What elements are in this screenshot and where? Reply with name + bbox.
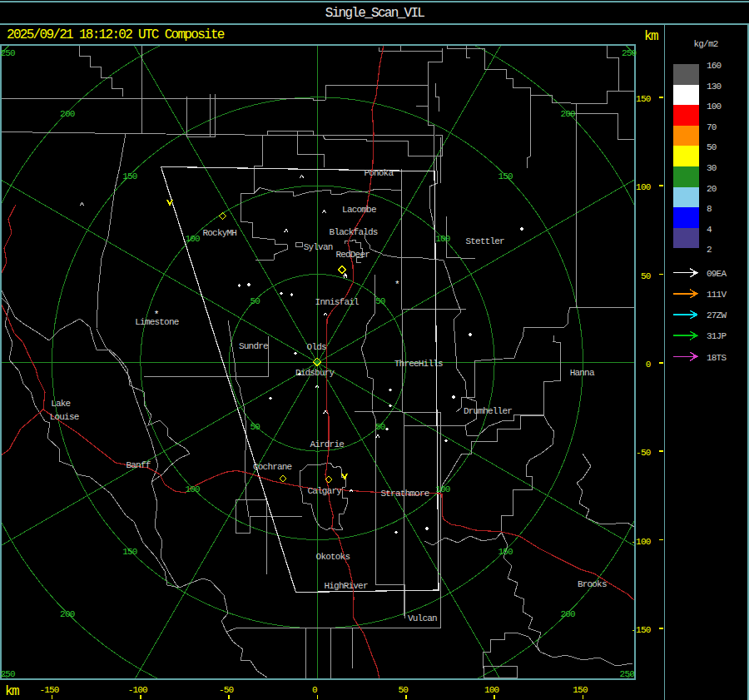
- svg-text:*: *: [154, 310, 160, 320]
- svg-text:100: 100: [636, 182, 651, 192]
- svg-text:150: 150: [122, 171, 137, 181]
- svg-text:Brooks: Brooks: [578, 579, 607, 589]
- svg-text:250: 250: [1, 48, 16, 58]
- svg-text:2: 2: [707, 245, 712, 255]
- svg-text:200: 200: [60, 609, 75, 619]
- svg-text:50: 50: [375, 296, 385, 306]
- svg-text:50: 50: [641, 271, 651, 281]
- svg-text:RedDeer: RedDeer: [335, 250, 370, 260]
- svg-text:Okotoks: Okotoks: [316, 552, 350, 562]
- svg-text:27ZW: 27ZW: [707, 310, 727, 320]
- svg-text:50: 50: [375, 422, 385, 432]
- svg-text:70: 70: [707, 122, 717, 132]
- svg-text:200: 200: [60, 109, 75, 119]
- svg-text:Sylvan: Sylvan: [304, 242, 333, 252]
- svg-text:200: 200: [560, 109, 575, 119]
- svg-text:20: 20: [707, 184, 717, 194]
- svg-text:Airdrie: Airdrie: [310, 439, 344, 449]
- svg-text:-100: -100: [128, 685, 147, 695]
- svg-text:Hanna: Hanna: [570, 368, 595, 378]
- svg-text:130: 130: [707, 82, 722, 92]
- svg-text:0: 0: [312, 685, 317, 695]
- svg-text:Cochrane: Cochrane: [253, 462, 292, 472]
- svg-text:Drumheller: Drumheller: [464, 406, 512, 416]
- svg-text:2025/09/21 18:12:02 UTC Compos: 2025/09/21 18:12:02 UTC Composite: [7, 27, 225, 42]
- svg-text:50: 50: [398, 685, 408, 695]
- svg-text:250: 250: [1, 669, 16, 679]
- svg-text:-50: -50: [219, 685, 234, 695]
- svg-text:Olds: Olds: [307, 342, 326, 352]
- svg-text:Didsbury: Didsbury: [295, 368, 335, 378]
- svg-text:Stettler: Stettler: [466, 236, 505, 246]
- svg-text:Vulcan: Vulcan: [408, 613, 437, 623]
- svg-text:Lacombe: Lacombe: [342, 205, 376, 215]
- svg-text:150: 150: [636, 94, 651, 104]
- svg-text:100: 100: [185, 484, 200, 494]
- svg-text:100: 100: [484, 685, 499, 695]
- svg-text:Innisfail: Innisfail: [315, 297, 359, 307]
- svg-text:*: *: [394, 280, 400, 290]
- svg-text:100: 100: [435, 484, 450, 494]
- svg-text:150: 150: [498, 171, 513, 181]
- svg-text:09EA: 09EA: [707, 269, 727, 279]
- svg-text:Sundre: Sundre: [239, 341, 268, 351]
- svg-text:Strathmore: Strathmore: [381, 489, 429, 499]
- svg-text:30: 30: [707, 163, 717, 173]
- svg-text:100: 100: [185, 234, 200, 244]
- svg-text:km: km: [644, 29, 658, 44]
- svg-text:100: 100: [707, 102, 722, 112]
- svg-text:kg/m2: kg/m2: [694, 39, 718, 49]
- svg-text:50: 50: [250, 296, 260, 306]
- svg-text:150: 150: [573, 685, 588, 695]
- svg-text:Lake: Lake: [51, 399, 70, 409]
- svg-text:Louise: Louise: [50, 412, 79, 422]
- svg-text:250: 250: [622, 48, 637, 58]
- svg-text:18TS: 18TS: [707, 353, 727, 363]
- svg-text:100: 100: [435, 234, 450, 244]
- svg-text:0: 0: [646, 360, 651, 370]
- svg-text:50: 50: [707, 142, 717, 152]
- svg-text:RockyMH: RockyMH: [203, 228, 237, 238]
- svg-text:50: 50: [250, 422, 260, 432]
- svg-text:250: 250: [620, 669, 635, 679]
- svg-text:Blackfalds: Blackfalds: [330, 227, 378, 237]
- svg-text:150: 150: [498, 547, 513, 557]
- svg-text:Ponoka: Ponoka: [364, 168, 394, 178]
- svg-text:111V: 111V: [707, 290, 727, 300]
- svg-text:200: 200: [560, 609, 575, 619]
- svg-text:Single_Scan_VIL: Single_Scan_VIL: [325, 6, 425, 21]
- svg-text:160: 160: [707, 61, 722, 71]
- svg-text:km: km: [5, 684, 19, 699]
- svg-text:Calgary: Calgary: [307, 486, 342, 496]
- svg-text:31JP: 31JP: [707, 331, 727, 341]
- svg-text:-150: -150: [631, 625, 650, 635]
- svg-text:-50: -50: [636, 448, 651, 458]
- svg-text:HighRiver: HighRiver: [325, 581, 368, 591]
- svg-text:150: 150: [122, 547, 137, 557]
- svg-text:-150: -150: [39, 685, 58, 695]
- svg-text:-100: -100: [631, 537, 650, 547]
- svg-text:Banff: Banff: [126, 460, 151, 470]
- svg-text:8: 8: [707, 204, 712, 214]
- svg-text:ThreeHills: ThreeHills: [394, 359, 443, 369]
